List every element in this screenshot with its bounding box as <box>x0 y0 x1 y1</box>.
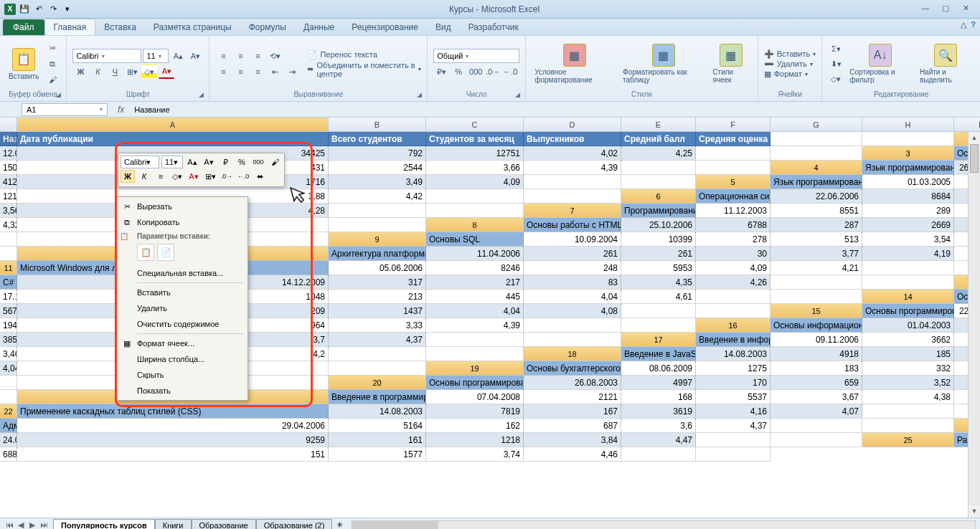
cell[interactable]: 83 <box>524 275 621 290</box>
cut-icon[interactable]: ✂ <box>44 41 60 55</box>
mini-inc-dec-icon[interactable]: .0→ <box>220 170 234 183</box>
row-header[interactable]: 8 <box>426 218 524 232</box>
align-center-icon[interactable]: ≡ <box>232 65 248 79</box>
dialog-launcher-icon[interactable]: ◢ <box>56 91 65 100</box>
cell[interactable]: 3,84 <box>524 433 621 447</box>
dialog-launcher-icon[interactable]: ◢ <box>199 91 207 100</box>
align-bottom-icon[interactable]: ≡ <box>250 49 265 63</box>
mini-merge-icon[interactable]: ⬌ <box>253 170 267 183</box>
dec-decimal-icon[interactable]: ←.0 <box>502 65 518 79</box>
scroll-thumb[interactable] <box>352 521 438 530</box>
cell[interactable]: 183 <box>771 361 862 376</box>
mini-bold-icon[interactable]: Ж <box>121 170 135 183</box>
cell[interactable]: Язык программирования <box>771 175 862 189</box>
cell[interactable]: 4918 <box>771 347 862 361</box>
cell[interactable]: 6788 <box>696 218 771 232</box>
cell[interactable] <box>621 161 696 175</box>
cell[interactable]: Основы программирования на языке C <box>426 376 524 390</box>
cell[interactable]: 217 <box>426 275 524 290</box>
cell[interactable]: 05.06.2006 <box>329 261 426 275</box>
ctx-hide[interactable]: Скрыть <box>118 367 246 383</box>
merge-center-button[interactable]: ⬌Объединить и поместить в центре▾ <box>307 61 421 78</box>
cell[interactable]: 3,74 <box>426 447 524 462</box>
cell[interactable] <box>621 175 696 189</box>
cell[interactable]: 3,66 <box>426 161 524 175</box>
align-top-icon[interactable]: ≡ <box>215 49 231 63</box>
cell[interactable]: 01.04.2003 <box>862 318 954 333</box>
cell[interactable]: 4,16 <box>696 404 771 419</box>
ctx-delete[interactable]: Удалить <box>118 300 246 316</box>
cell[interactable]: 4,04 <box>524 290 621 304</box>
inc-decimal-icon[interactable]: .0→ <box>485 65 501 79</box>
cell[interactable]: 4,26 <box>696 275 771 290</box>
cell[interactable]: 2544 <box>329 161 426 175</box>
align-middle-icon[interactable]: ≡ <box>232 49 248 63</box>
cell[interactable]: 151 <box>17 447 329 462</box>
ctx-format-cells[interactable]: ▦Формат ячеек... <box>118 335 246 351</box>
grow-font-icon[interactable]: A▴ <box>170 49 186 63</box>
cell[interactable] <box>771 419 862 433</box>
cell[interactable]: 5537 <box>696 390 771 404</box>
cell[interactable]: Введение в JavaScript <box>621 347 696 361</box>
sheet-last-icon[interactable]: ⏭ <box>39 520 49 529</box>
mini-border-icon[interactable]: ⊞▾ <box>203 170 217 183</box>
paste-option-values-icon[interactable]: 📄 <box>157 244 174 261</box>
mini-italic-icon[interactable]: К <box>137 170 151 183</box>
cell[interactable]: 22.06.2006 <box>771 189 862 204</box>
cell[interactable]: 8684 <box>862 189 954 204</box>
formula-input[interactable]: Название <box>131 105 980 114</box>
paste-button[interactable]: 📋 Вставить <box>6 47 42 82</box>
align-right-icon[interactable]: ≡ <box>250 65 265 79</box>
cell[interactable]: 513 <box>771 232 862 247</box>
dialog-launcher-icon[interactable]: ◢ <box>417 91 425 100</box>
cell[interactable]: 14.08.2003 <box>329 404 426 419</box>
cell[interactable] <box>862 419 954 433</box>
cell[interactable]: 3,56 <box>0 204 17 218</box>
mini-align-icon[interactable]: ≡ <box>154 170 168 183</box>
cell[interactable] <box>862 132 954 146</box>
cell[interactable] <box>696 304 771 318</box>
clear-icon[interactable]: ◇▾ <box>828 72 844 86</box>
mini-percent-icon[interactable]: % <box>235 156 249 168</box>
cell[interactable]: 261 <box>524 247 621 261</box>
cell[interactable]: 3,46 <box>0 347 17 361</box>
ctx-copy[interactable]: ⧉Копировать <box>118 214 246 230</box>
minimize-button[interactable]: — <box>918 4 933 15</box>
ctx-cut[interactable]: ✂Вырезать <box>118 199 246 214</box>
ctx-insert[interactable]: Вставить <box>118 285 246 300</box>
orientation-icon[interactable]: ⟲▾ <box>267 49 283 63</box>
cell[interactable]: 3,77 <box>771 247 862 261</box>
cell[interactable] <box>329 204 426 218</box>
redo-icon[interactable]: ↷ <box>47 4 59 15</box>
cell[interactable]: 4,47 <box>621 433 696 447</box>
sheet-tab[interactable]: Образование (2) <box>256 519 333 530</box>
cell[interactable] <box>524 318 621 333</box>
ctx-clear[interactable]: Очистить содержимое <box>118 316 246 332</box>
scroll-up-icon[interactable]: ▲ <box>969 132 980 144</box>
sheet-tab[interactable]: Популярность курсов <box>53 519 155 530</box>
vertical-scrollbar[interactable]: ▲ ▼ <box>968 132 980 518</box>
cell[interactable] <box>862 275 954 290</box>
close-button[interactable]: ✕ <box>958 4 973 15</box>
cell[interactable] <box>862 261 954 275</box>
cell[interactable]: C# для школьников <box>0 275 17 290</box>
row-header[interactable]: 17 <box>621 333 696 347</box>
cell[interactable]: 4,02 <box>524 146 621 161</box>
cell[interactable]: 4,37 <box>696 419 771 433</box>
cell[interactable]: 4,38 <box>862 390 954 404</box>
cell[interactable] <box>696 161 771 175</box>
cell[interactable] <box>0 376 17 390</box>
row-header[interactable]: 4 <box>771 161 862 175</box>
dialog-launcher-icon[interactable]: ◢ <box>515 91 524 100</box>
cell[interactable] <box>426 204 524 218</box>
cell[interactable]: 8551 <box>771 204 862 218</box>
align-left-icon[interactable]: ≡ <box>215 65 231 79</box>
fx-icon[interactable]: fx <box>118 105 124 115</box>
cell[interactable] <box>696 433 771 447</box>
column-header[interactable]: G <box>771 118 862 132</box>
mini-shrink-font-icon[interactable]: A▾ <box>202 156 216 168</box>
cell[interactable]: Основы SQL <box>426 232 524 247</box>
cell[interactable]: 26.08.2003 <box>524 376 621 390</box>
cell[interactable]: 10.09.2004 <box>524 232 621 247</box>
cell[interactable] <box>426 189 524 204</box>
